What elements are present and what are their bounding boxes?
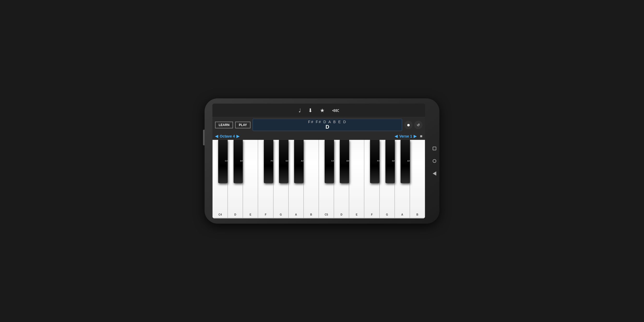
key-Cs4[interactable]: C# (218, 140, 228, 183)
record-button[interactable]: ⏺ (404, 121, 413, 129)
octave-label: Octave 4 (220, 134, 235, 138)
note-sequence: F# F# D A B E D (255, 120, 399, 124)
key-Fs4[interactable]: F# (264, 140, 273, 183)
verse-prev-button[interactable]: ◀ (395, 134, 398, 139)
circle-icon (433, 159, 436, 163)
download-icon[interactable]: ⬇ (308, 107, 313, 114)
back-button[interactable] (432, 171, 437, 176)
key-Ds4[interactable]: D# (234, 140, 243, 183)
verse-label: Verse 1 (399, 134, 412, 138)
music-note-icon[interactable]: ♩ (299, 107, 301, 114)
octave-verse-bar: ◀ Octave 4 ▶ ◀ Verse 1 ▶ ■ (212, 133, 425, 140)
key-As4[interactable]: A# (294, 140, 303, 183)
toolbar: ♩ ⬇ ★ ⋘ (212, 104, 425, 117)
controls-bar: LEARN PLAY F# F# D A B E D D ⏺ ↺ (212, 117, 425, 133)
piano-keys-container: C4 D E F G A B C5 D E F G A B (212, 140, 425, 218)
octave-section: ◀ Octave 4 ▶ (215, 134, 240, 139)
star-icon[interactable]: ★ (320, 107, 325, 114)
key-Gs4[interactable]: G# (279, 140, 288, 183)
phone-body: ♩ ⬇ ★ ⋘ LEARN PLAY F# F# D A B E D D ⏺ ↺… (205, 98, 439, 224)
learn-button[interactable]: LEARN (215, 122, 233, 128)
replay-button[interactable]: ↺ (414, 121, 422, 129)
key-B5[interactable]: B (410, 140, 425, 218)
current-note: D (255, 124, 399, 130)
key-E5[interactable]: E (349, 140, 364, 218)
back-triangle-icon (433, 171, 436, 176)
volume-button (203, 130, 205, 145)
playback-controls: ⏺ ↺ (404, 121, 422, 129)
key-As5[interactable]: A# (401, 140, 410, 183)
play-button[interactable]: PLAY (235, 122, 251, 128)
phone-right-buttons (432, 98, 437, 224)
phone-screen: ♩ ⬇ ★ ⋘ LEARN PLAY F# F# D A B E D D ⏺ ↺… (212, 104, 425, 218)
verse-next-button[interactable]: ▶ (414, 134, 417, 139)
key-B4[interactable]: B (304, 140, 319, 218)
verse-section: ◀ Verse 1 ▶ ■ (395, 134, 422, 139)
home-square-button[interactable] (432, 146, 437, 151)
home-circle-button[interactable] (432, 159, 437, 163)
key-Cs5[interactable]: C# (325, 140, 334, 183)
octave-next-button[interactable]: ▶ (236, 134, 240, 139)
piano-keyboard: C4 D E F G A B C5 D E F G A B (212, 140, 425, 218)
key-E4[interactable]: E (243, 140, 258, 218)
key-Gs5[interactable]: G# (385, 140, 395, 183)
share-icon[interactable]: ⋘ (332, 107, 339, 114)
key-Fs5[interactable]: F# (370, 140, 380, 183)
note-display: F# F# D A B E D D (253, 119, 402, 131)
key-Ds5[interactable]: D# (340, 140, 349, 183)
square-icon (433, 147, 436, 150)
stop-button[interactable]: ■ (420, 134, 422, 139)
octave-prev-button[interactable]: ◀ (215, 134, 218, 139)
